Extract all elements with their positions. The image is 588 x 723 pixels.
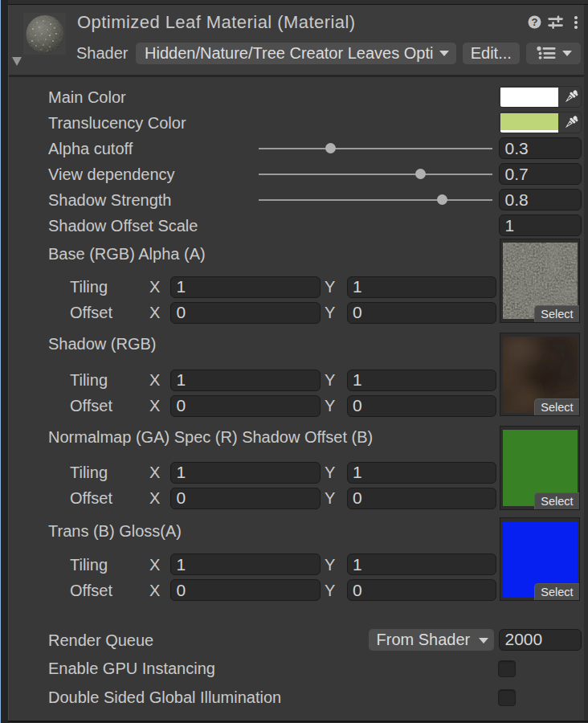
svg-text:?: ?: [532, 16, 538, 28]
